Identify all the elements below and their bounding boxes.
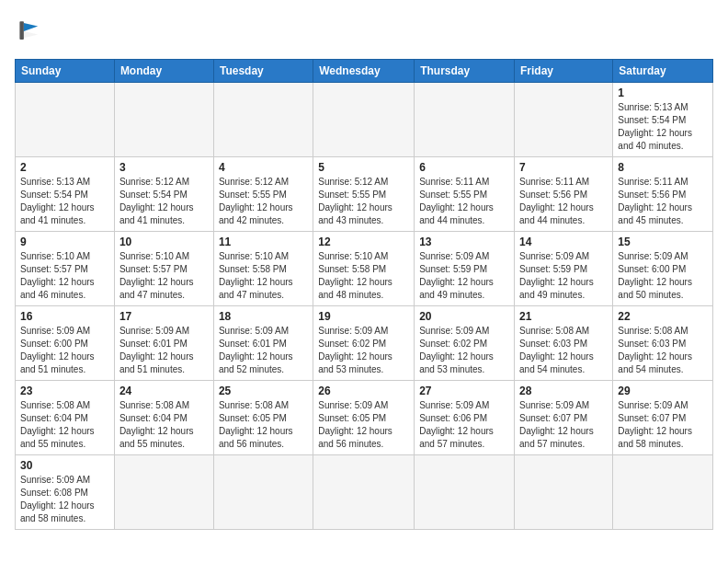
weekday-header: Sunday — [16, 60, 115, 83]
calendar-cell: 20Sunrise: 5:09 AM Sunset: 6:02 PM Dayli… — [415, 306, 515, 381]
calendar-week-row: 30Sunrise: 5:09 AM Sunset: 6:08 PM Dayli… — [16, 455, 713, 530]
day-number: 3 — [119, 161, 209, 174]
calendar-cell: 24Sunrise: 5:08 AM Sunset: 6:04 PM Dayli… — [114, 381, 213, 455]
day-info: Sunrise: 5:08 AM Sunset: 6:03 PM Dayligh… — [618, 325, 708, 376]
day-info: Sunrise: 5:09 AM Sunset: 6:06 PM Dayligh… — [419, 399, 509, 451]
day-info: Sunrise: 5:08 AM Sunset: 6:03 PM Dayligh… — [519, 325, 608, 376]
day-number: 26 — [318, 385, 409, 397]
logo-icon — [15, 15, 48, 48]
day-info: Sunrise: 5:10 AM Sunset: 5:57 PM Dayligh… — [20, 250, 109, 302]
day-number: 18 — [219, 310, 308, 323]
day-number: 16 — [20, 310, 109, 323]
day-number: 1 — [618, 86, 708, 99]
day-info: Sunrise: 5:11 AM Sunset: 5:56 PM Dayligh… — [519, 176, 608, 227]
day-number: 20 — [419, 310, 509, 323]
calendar-cell: 21Sunrise: 5:08 AM Sunset: 6:03 PM Dayli… — [515, 306, 613, 381]
day-number: 5 — [318, 161, 409, 174]
weekday-header: Thursday — [415, 60, 515, 83]
calendar-week-row: 1Sunrise: 5:13 AM Sunset: 5:54 PM Daylig… — [16, 83, 713, 157]
weekday-header: Friday — [515, 60, 613, 83]
day-info: Sunrise: 5:09 AM Sunset: 6:08 PM Dayligh… — [20, 474, 109, 525]
calendar-cell — [313, 83, 415, 157]
calendar-cell: 17Sunrise: 5:09 AM Sunset: 6:01 PM Dayli… — [114, 306, 213, 381]
day-number: 29 — [618, 385, 708, 397]
calendar-cell — [313, 455, 415, 530]
calendar-cell — [213, 83, 313, 157]
calendar-cell: 11Sunrise: 5:10 AM Sunset: 5:58 PM Dayli… — [213, 232, 313, 306]
calendar-cell: 28Sunrise: 5:09 AM Sunset: 6:07 PM Dayli… — [515, 381, 613, 455]
calendar-cell: 15Sunrise: 5:09 AM Sunset: 6:00 PM Dayli… — [613, 232, 713, 306]
day-info: Sunrise: 5:10 AM Sunset: 5:58 PM Dayligh… — [219, 250, 308, 302]
calendar-cell: 2Sunrise: 5:13 AM Sunset: 5:54 PM Daylig… — [16, 157, 115, 232]
calendar-cell — [415, 83, 515, 157]
day-number: 23 — [20, 385, 109, 397]
day-number: 11 — [219, 236, 308, 248]
calendar-week-row: 2Sunrise: 5:13 AM Sunset: 5:54 PM Daylig… — [16, 157, 713, 232]
day-info: Sunrise: 5:12 AM Sunset: 5:55 PM Dayligh… — [318, 176, 409, 227]
day-number: 6 — [419, 161, 509, 174]
weekday-header: Wednesday — [313, 60, 415, 83]
day-info: Sunrise: 5:11 AM Sunset: 5:55 PM Dayligh… — [419, 176, 509, 227]
calendar-cell — [613, 455, 713, 530]
day-info: Sunrise: 5:09 AM Sunset: 6:01 PM Dayligh… — [119, 325, 209, 376]
day-info: Sunrise: 5:09 AM Sunset: 6:00 PM Dayligh… — [20, 325, 109, 376]
calendar-cell: 22Sunrise: 5:08 AM Sunset: 6:03 PM Dayli… — [613, 306, 713, 381]
calendar-cell: 8Sunrise: 5:11 AM Sunset: 5:56 PM Daylig… — [613, 157, 713, 232]
day-number: 8 — [618, 161, 708, 174]
day-number: 24 — [119, 385, 209, 397]
calendar-cell — [16, 83, 115, 157]
calendar-cell: 19Sunrise: 5:09 AM Sunset: 6:02 PM Dayli… — [313, 306, 415, 381]
day-info: Sunrise: 5:09 AM Sunset: 6:07 PM Dayligh… — [519, 399, 608, 451]
calendar-cell: 7Sunrise: 5:11 AM Sunset: 5:56 PM Daylig… — [515, 157, 613, 232]
day-info: Sunrise: 5:09 AM Sunset: 6:01 PM Dayligh… — [219, 325, 308, 376]
calendar-cell: 5Sunrise: 5:12 AM Sunset: 5:55 PM Daylig… — [313, 157, 415, 232]
day-info: Sunrise: 5:09 AM Sunset: 6:02 PM Dayligh… — [419, 325, 509, 376]
day-number: 27 — [419, 385, 509, 397]
day-number: 15 — [618, 236, 708, 248]
calendar-cell: 6Sunrise: 5:11 AM Sunset: 5:55 PM Daylig… — [415, 157, 515, 232]
calendar-cell: 27Sunrise: 5:09 AM Sunset: 6:06 PM Dayli… — [415, 381, 515, 455]
day-info: Sunrise: 5:12 AM Sunset: 5:55 PM Dayligh… — [219, 176, 308, 227]
header — [15, 15, 713, 48]
calendar-cell — [515, 455, 613, 530]
day-info: Sunrise: 5:09 AM Sunset: 6:07 PM Dayligh… — [618, 399, 708, 451]
calendar-cell: 23Sunrise: 5:08 AM Sunset: 6:04 PM Dayli… — [16, 381, 115, 455]
calendar-cell: 30Sunrise: 5:09 AM Sunset: 6:08 PM Dayli… — [16, 455, 115, 530]
day-number: 14 — [519, 236, 608, 248]
day-number: 4 — [219, 161, 308, 174]
calendar-cell: 9Sunrise: 5:10 AM Sunset: 5:57 PM Daylig… — [16, 232, 115, 306]
calendar-cell: 26Sunrise: 5:09 AM Sunset: 6:05 PM Dayli… — [313, 381, 415, 455]
day-info: Sunrise: 5:11 AM Sunset: 5:56 PM Dayligh… — [618, 176, 708, 227]
calendar-cell — [515, 83, 613, 157]
calendar-cell: 12Sunrise: 5:10 AM Sunset: 5:58 PM Dayli… — [313, 232, 415, 306]
day-number: 10 — [119, 236, 209, 248]
calendar-week-row: 16Sunrise: 5:09 AM Sunset: 6:00 PM Dayli… — [16, 306, 713, 381]
calendar-cell: 4Sunrise: 5:12 AM Sunset: 5:55 PM Daylig… — [213, 157, 313, 232]
calendar-cell: 29Sunrise: 5:09 AM Sunset: 6:07 PM Dayli… — [613, 381, 713, 455]
day-info: Sunrise: 5:09 AM Sunset: 6:00 PM Dayligh… — [618, 250, 708, 302]
calendar-week-row: 23Sunrise: 5:08 AM Sunset: 6:04 PM Dayli… — [16, 381, 713, 455]
calendar-cell: 13Sunrise: 5:09 AM Sunset: 5:59 PM Dayli… — [415, 232, 515, 306]
day-info: Sunrise: 5:08 AM Sunset: 6:04 PM Dayligh… — [20, 399, 109, 451]
calendar-cell — [213, 455, 313, 530]
day-info: Sunrise: 5:09 AM Sunset: 5:59 PM Dayligh… — [419, 250, 509, 302]
day-number: 22 — [618, 310, 708, 323]
weekday-header: Tuesday — [213, 60, 313, 83]
day-info: Sunrise: 5:13 AM Sunset: 5:54 PM Dayligh… — [618, 101, 708, 153]
day-number: 21 — [519, 310, 608, 323]
calendar-cell: 16Sunrise: 5:09 AM Sunset: 6:00 PM Dayli… — [16, 306, 115, 381]
day-number: 19 — [318, 310, 409, 323]
calendar-body: 1Sunrise: 5:13 AM Sunset: 5:54 PM Daylig… — [16, 83, 713, 530]
day-number: 9 — [20, 236, 109, 248]
calendar-week-row: 9Sunrise: 5:10 AM Sunset: 5:57 PM Daylig… — [16, 232, 713, 306]
calendar-cell — [114, 455, 213, 530]
day-number: 7 — [519, 161, 608, 174]
day-number: 28 — [519, 385, 608, 397]
weekday-header: Monday — [114, 60, 213, 83]
day-info: Sunrise: 5:10 AM Sunset: 5:58 PM Dayligh… — [318, 250, 409, 302]
day-number: 12 — [318, 236, 409, 248]
calendar-cell: 10Sunrise: 5:10 AM Sunset: 5:57 PM Dayli… — [114, 232, 213, 306]
day-info: Sunrise: 5:09 AM Sunset: 5:59 PM Dayligh… — [519, 250, 608, 302]
calendar-cell: 3Sunrise: 5:12 AM Sunset: 5:54 PM Daylig… — [114, 157, 213, 232]
calendar-cell: 18Sunrise: 5:09 AM Sunset: 6:01 PM Dayli… — [213, 306, 313, 381]
